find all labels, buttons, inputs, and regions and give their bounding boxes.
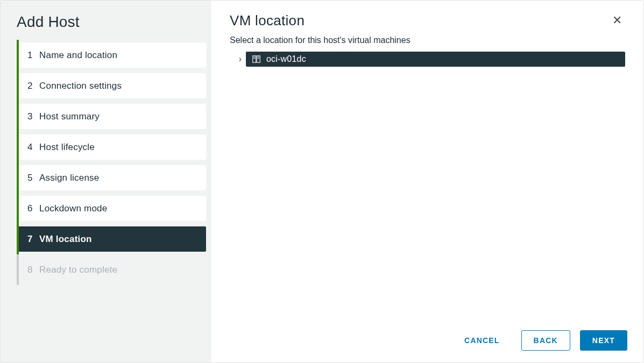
wizard-step-name-and-location[interactable]: 1 Name and location (17, 42, 206, 68)
wizard-step-assign-license[interactable]: 5 Assign license (17, 165, 206, 190)
wizard-step-vm-location[interactable]: 7 VM location (17, 226, 206, 252)
back-button[interactable]: BACK (521, 330, 570, 351)
tree-node-datacenter[interactable]: oci-w01dc (246, 52, 625, 67)
datacenter-icon (252, 55, 261, 63)
step-number: 1 (27, 50, 39, 61)
panel-header: VM location ✕ (211, 1, 643, 32)
wizard-step-connection-settings[interactable]: 2 Connection settings (17, 73, 206, 98)
step-label: VM location (39, 234, 92, 245)
wizard-title: Add Host (1, 1, 211, 42)
step-label: Name and location (39, 50, 117, 61)
tree-row: › oci-w01dc (230, 52, 625, 67)
chevron-right-icon[interactable]: › (230, 54, 242, 64)
wizard-step-host-summary[interactable]: 3 Host summary (17, 104, 206, 129)
panel-subtitle: Select a location for this host's virtua… (211, 32, 643, 52)
step-label: Host lifecycle (39, 142, 95, 153)
step-label: Connection settings (39, 81, 122, 91)
wizard-step-lockdown-mode[interactable]: 6 Lockdown mode (17, 196, 206, 221)
wizard-step-host-lifecycle[interactable]: 4 Host lifecycle (17, 134, 206, 160)
step-label: Lockdown mode (39, 203, 107, 214)
step-number: 3 (27, 111, 39, 122)
panel-title: VM location (230, 12, 305, 29)
tree-node-label: oci-w01dc (266, 54, 306, 64)
wizard-panel: VM location ✕ Select a location for this… (211, 1, 643, 362)
step-number: 7 (27, 234, 39, 245)
wizard-step-ready-to-complete: 8 Ready to complete (17, 257, 206, 282)
step-number: 8 (27, 265, 39, 275)
close-icon[interactable]: ✕ (609, 12, 625, 29)
step-label: Ready to complete (39, 265, 117, 275)
location-tree: › oci-w01dc (211, 52, 643, 67)
step-label: Host summary (39, 111, 100, 122)
next-button[interactable]: NEXT (580, 330, 627, 351)
wizard-steps: 1 Name and location 2 Connection setting… (1, 42, 211, 282)
step-label: Assign license (39, 173, 99, 183)
add-host-wizard-dialog: Add Host 1 Name and location 2 Connectio… (0, 0, 644, 363)
step-number: 2 (27, 81, 39, 91)
panel-footer: CANCEL BACK NEXT (211, 321, 643, 362)
step-number: 4 (27, 142, 39, 153)
wizard-nav: Add Host 1 Name and location 2 Connectio… (1, 1, 211, 362)
step-number: 5 (27, 173, 39, 183)
step-number: 6 (27, 203, 39, 214)
cancel-button[interactable]: CANCEL (452, 331, 512, 350)
